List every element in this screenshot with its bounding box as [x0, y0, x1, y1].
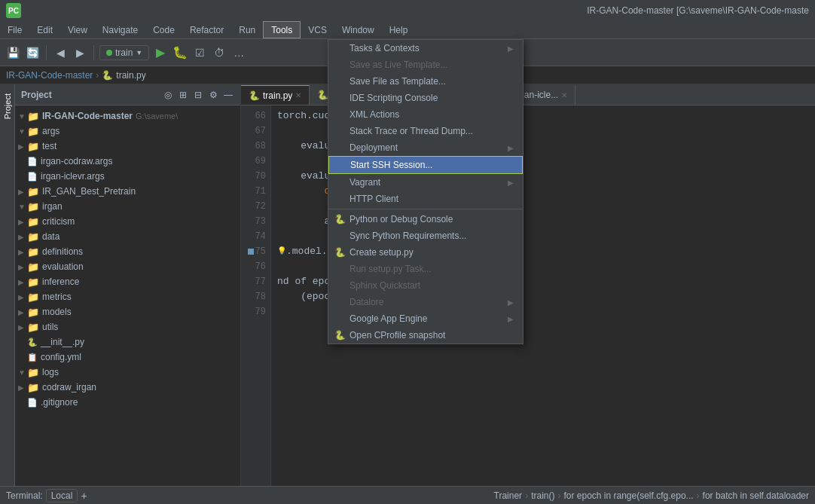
menu-window[interactable]: Window	[334, 21, 382, 38]
tree-label-args: args	[42, 126, 60, 136]
arrow-data: ▶	[18, 233, 27, 241]
menu-run[interactable]: Run	[231, 21, 263, 38]
dd-python-debug[interactable]: 🐍 Python or Debug Console	[328, 211, 523, 228]
minimize-icon[interactable]: —	[222, 89, 234, 101]
dd-sphinx: Sphinx Quickstart	[328, 277, 523, 294]
locate-icon[interactable]: ◎	[162, 89, 174, 101]
tree-item-logs[interactable]: ▼ 📁 logs	[15, 365, 240, 380]
dd-deployment[interactable]: Deployment ▶	[328, 139, 523, 156]
breadcrumb-file[interactable]: train.py	[116, 70, 145, 81]
dd-tasks-contexts[interactable]: Tasks & Contexts ▶	[328, 40, 523, 57]
menu-help[interactable]: Help	[382, 21, 416, 38]
dd-ide-scripting[interactable]: IDE Scripting Console	[328, 90, 523, 106]
tree-item-metrics[interactable]: ▶ 📁 metrics	[15, 289, 240, 304]
toolbar-sep2	[93, 45, 94, 60]
toolbar-sync[interactable]: 🔄	[24, 44, 41, 61]
tree-item-config-yml[interactable]: ▶ 📋 config.yml	[15, 350, 240, 365]
folder-icon-models: 📁	[27, 307, 39, 318]
dd-cprofile[interactable]: 🐍 Open CProfile snapshot	[328, 327, 523, 344]
terminal-add-btn[interactable]: +	[81, 490, 87, 502]
menu-file[interactable]: File	[0, 21, 29, 38]
dd-label-datalore: Datalore	[350, 297, 508, 307]
tree-item-evaluation[interactable]: ▶ 📁 evaluation	[15, 259, 240, 274]
tree-item-criticism[interactable]: ▶ 📁 criticism	[15, 214, 240, 229]
tab-close-args2[interactable]: ✕	[561, 91, 567, 99]
file-icon-gitignore: 📄	[27, 398, 38, 408]
project-header-icons: ◎ ⊞ ⊟ ⚙ —	[162, 89, 234, 101]
tree-label-best-pretrain: IR_GAN_Best_Pretrain	[42, 186, 136, 197]
breadcrumb-root[interactable]: IR-GAN-Code-master	[6, 70, 93, 81]
title-text: IR-GAN-Code-master [G:\saveme\IR-GAN-Cod…	[587, 5, 809, 16]
line-num-67: 67	[241, 124, 266, 139]
dd-stack-trace[interactable]: Stack Trace or Thread Dump...	[328, 123, 523, 139]
tree-item-inference[interactable]: ▶ 📁 inference	[15, 274, 240, 289]
dd-vagrant[interactable]: Vagrant ▶	[328, 174, 523, 191]
breadcrumb-sep: ›	[96, 70, 99, 81]
tree-item-models[interactable]: ▶ 📁 models	[15, 304, 240, 319]
menu-edit[interactable]: Edit	[29, 21, 60, 38]
tree-item-best-pretrain[interactable]: ▶ 📁 IR_GAN_Best_Pretrain	[15, 184, 240, 199]
toolbar-coverage[interactable]: ☑	[191, 44, 208, 61]
tree-item-init-py[interactable]: ▶ 🐍 __init__.py	[15, 334, 240, 350]
line-num-73: 73	[241, 214, 266, 229]
menu-tools[interactable]: Tools	[263, 21, 301, 38]
menu-refactor[interactable]: Refactor	[182, 21, 231, 38]
tree-item-definitions[interactable]: ▶ 📁 definitions	[15, 244, 240, 259]
dd-xml-actions[interactable]: XML Actions	[328, 106, 523, 123]
tree-item-irgan[interactable]: ▼ 📁 irgan	[15, 199, 240, 214]
status-sep-1: ›	[525, 490, 528, 501]
tree-item-codraw-irgan[interactable]: ▶ 📁 codraw_irgan	[15, 380, 240, 395]
settings-icon[interactable]: ⚙	[207, 89, 219, 101]
arrow-models: ▶	[18, 308, 27, 316]
dd-label-ide-scripting: IDE Scripting Console	[350, 93, 514, 103]
dd-run-setup: Run setup.py Task...	[328, 261, 523, 277]
expand-icon[interactable]: ⊞	[177, 89, 189, 101]
tree-item-codraw-args[interactable]: ▶ 📄 irgan-codraw.args	[15, 154, 240, 169]
toolbar-save-all[interactable]: 💾	[5, 44, 21, 61]
menu-view[interactable]: View	[60, 21, 95, 38]
dd-sync-python[interactable]: Sync Python Requirements...	[328, 228, 523, 244]
tree-label-init: __init__.py	[41, 337, 84, 347]
tree-item-test[interactable]: ▶ 📁 test	[15, 139, 240, 154]
dd-http-client[interactable]: HTTP Client	[328, 191, 523, 207]
dd-create-setup[interactable]: 🐍 Create setup.py	[328, 244, 523, 261]
status-part-3[interactable]: for epoch in range(self.cfg.epo...	[563, 490, 693, 501]
tree-item-utils[interactable]: ▶ 📁 utils	[15, 319, 240, 334]
status-part-2[interactable]: train()	[531, 490, 554, 501]
tree-item-args[interactable]: ▼ 📁 args	[15, 124, 240, 139]
run-config-dropdown[interactable]: train ▼	[99, 45, 149, 60]
toolbar-back[interactable]: ◀	[52, 44, 69, 61]
dd-save-live: Save as Live Template...	[328, 57, 523, 73]
collapse-icon[interactable]: ⊟	[192, 89, 204, 101]
dd-save-file[interactable]: Save File as Template...	[328, 73, 523, 90]
menu-vcs[interactable]: VCS	[301, 21, 334, 38]
status-part-4[interactable]: for batch in self.dataloader	[703, 490, 809, 501]
toolbar-profile[interactable]: ⏱	[211, 44, 227, 61]
menu-code[interactable]: Code	[145, 21, 182, 38]
line-num-66: 66	[241, 108, 266, 124]
status-part-1[interactable]: Trainer	[494, 490, 523, 501]
terminal-local[interactable]: Local	[46, 489, 78, 502]
tree-item-root[interactable]: ▼ 📁 IR-GAN-Code-master G:\saveme\	[15, 108, 240, 124]
toolbar-debug[interactable]: 🐛	[172, 44, 188, 61]
status-sep-3: ›	[697, 490, 700, 501]
folder-icon-args: 📁	[27, 126, 39, 137]
tab-train-py[interactable]: 🐍 train.py ✕	[241, 85, 310, 105]
tree-label-evaluation: evaluation	[42, 261, 84, 272]
dd-gae[interactable]: Google App Engine ▶	[328, 310, 523, 327]
tree-item-gitignore[interactable]: ▶ 📄 .gitignore	[15, 395, 240, 410]
toolbar-more[interactable]: …	[230, 44, 247, 61]
menu-navigate[interactable]: Navigate	[95, 21, 145, 38]
dd-arrow-tasks: ▶	[508, 44, 514, 53]
dd-start-ssh[interactable]: Start SSH Session...	[328, 156, 523, 174]
arrow-utils: ▶	[18, 323, 27, 331]
tab-close-train[interactable]: ✕	[295, 91, 301, 99]
tree-item-data[interactable]: ▶ 📁 data	[15, 229, 240, 244]
toolbar-forward[interactable]: ▶	[72, 44, 88, 61]
sidebar-tab-project[interactable]: Project	[1, 87, 14, 125]
toolbar-run[interactable]: ▶	[152, 44, 169, 61]
tree-item-iclevr-args[interactable]: ▶ 📄 irgan-iclevr.args	[15, 169, 240, 184]
dd-label-save-file: Save File as Template...	[350, 76, 514, 87]
dd-label-sync: Sync Python Requirements...	[350, 231, 514, 241]
folder-icon-irgan: 📁	[27, 201, 39, 212]
